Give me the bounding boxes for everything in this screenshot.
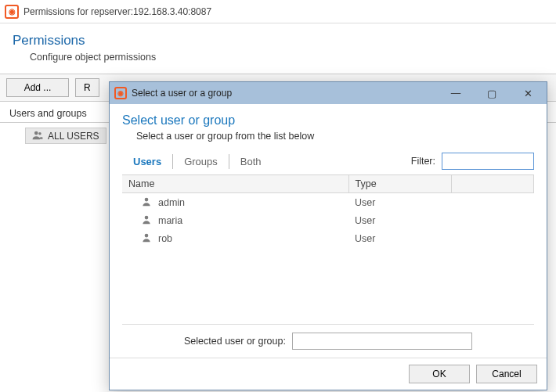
minimize-button[interactable]: — [440, 84, 471, 102]
user-grid: Name Type adminUsermariaUserrobUser [122, 174, 534, 324]
maximize-button[interactable]: ▢ [476, 84, 507, 102]
dialog-app-icon: ◉ [114, 87, 127, 99]
tree-item-label: ALL USERS [48, 131, 99, 142]
row-name: maria [158, 215, 182, 226]
remove-button[interactable]: R [75, 78, 99, 97]
dialog-title: Select a user or a group [132, 88, 435, 99]
row-name: rob [158, 233, 172, 244]
row-type: User [348, 211, 451, 229]
table-row[interactable]: robUser [122, 229, 534, 247]
user-icon [141, 214, 152, 226]
col-spacer [451, 175, 533, 193]
row-type: User [348, 229, 451, 247]
close-button[interactable]: ✕ [512, 84, 543, 102]
svg-point-2 [145, 198, 149, 202]
svg-point-4 [145, 234, 149, 238]
dialog-tabs: Users Groups Both [122, 154, 273, 169]
page-subtitle: Configure object permissions [30, 52, 543, 63]
app-icon: ◉ [5, 5, 19, 19]
dialog-titlebar[interactable]: ◉ Select a user or a group — ▢ ✕ [110, 82, 547, 104]
select-user-dialog: ◉ Select a user or a group — ▢ ✕ Select … [109, 81, 547, 390]
svg-point-1 [38, 132, 42, 135]
svg-point-3 [145, 216, 149, 220]
user-icon [141, 232, 152, 244]
table-row[interactable]: mariaUser [122, 211, 534, 229]
selected-label: Selected user or group: [184, 336, 286, 347]
ok-button[interactable]: OK [409, 365, 470, 383]
users-icon [32, 130, 43, 142]
window-title: Permissions for repserver:192.168.3.40:8… [23, 6, 211, 17]
tree-item-all-users[interactable]: ALL USERS [25, 128, 107, 144]
row-name: admin [158, 197, 185, 208]
col-type[interactable]: Type [348, 175, 451, 193]
col-name[interactable]: Name [122, 175, 348, 193]
dialog-subheading: Select a user or group from the list bel… [136, 131, 534, 142]
add-button[interactable]: Add ... [6, 78, 69, 97]
tab-users[interactable]: Users [122, 154, 172, 169]
tab-groups[interactable]: Groups [172, 154, 229, 169]
user-icon [141, 196, 152, 208]
dialog-heading: Select user or group [122, 113, 534, 128]
main-titlebar: ◉ Permissions for repserver:192.168.3.40… [0, 0, 556, 23]
page-title: Permissions [13, 33, 543, 49]
row-type: User [348, 193, 451, 212]
filter-input[interactable] [442, 153, 534, 170]
svg-point-0 [34, 131, 38, 135]
tab-both[interactable]: Both [229, 154, 273, 169]
selected-input[interactable] [292, 333, 472, 350]
filter-label: Filter: [411, 156, 435, 167]
cancel-button[interactable]: Cancel [476, 365, 537, 383]
table-row[interactable]: adminUser [122, 193, 534, 212]
